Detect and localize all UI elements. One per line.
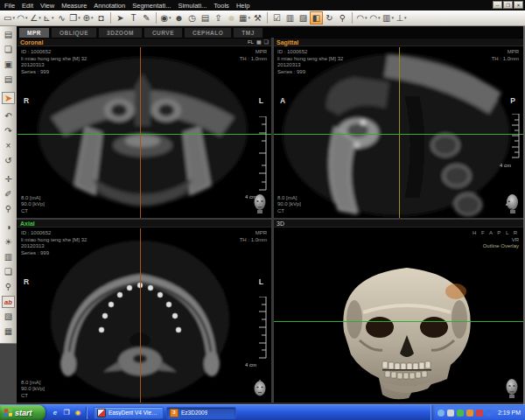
menu-segmentation[interactable]: Segmentati... (132, 2, 171, 10)
axial-crosshair-vertical[interactable] (140, 228, 141, 402)
angle-3d-icon[interactable]: ⊾ (42, 11, 55, 24)
close-button[interactable]: ✕ (514, 1, 523, 9)
table-icon[interactable]: ▥ (284, 11, 297, 24)
menu-file[interactable]: File (4, 2, 15, 10)
tray-update-icon[interactable] (466, 410, 473, 416)
coronal-crosshair-vertical[interactable] (140, 47, 141, 218)
panel-icon[interactable]: ❐ (68, 11, 81, 24)
implant-icon[interactable]: ⊥ (395, 11, 408, 24)
ruler-icon[interactable]: ▭ (3, 11, 16, 24)
pencil-icon[interactable]: ✎ (140, 11, 153, 24)
settings-tools-icon[interactable]: ⚒ (251, 11, 264, 24)
printer-icon[interactable]: ▤ (199, 11, 212, 24)
image-icon[interactable]: ▨ (297, 11, 310, 24)
viewport-sagittal[interactable]: Sagittal (274, 38, 523, 218)
protractor-icon[interactable]: ◠ (16, 11, 29, 24)
viewport-axial[interactable]: Axial (18, 220, 271, 402)
teeth-chart-icon[interactable]: ▥ (382, 11, 395, 24)
redo-icon[interactable]: ↷ (2, 125, 15, 137)
viewport-divider-horizontal[interactable] (17, 218, 525, 220)
undo-icon[interactable]: ↶ (2, 110, 15, 122)
menu-edit[interactable]: Edit (22, 2, 33, 10)
ghost-person-icon[interactable]: ☻ (225, 11, 238, 24)
cursor-icon[interactable]: ➤ (114, 11, 127, 24)
menu-tools[interactable]: Tools (214, 2, 229, 10)
menu-simulation[interactable]: Simulati... (178, 2, 206, 10)
tray-network-icon[interactable] (438, 410, 444, 416)
search-icon[interactable]: ⚲ (336, 11, 349, 24)
layers-icon[interactable]: ◧ (310, 11, 323, 24)
3d-render-area[interactable]: H F A P L R VR Outline Overlay (274, 228, 523, 402)
report-icon[interactable]: ☑ (270, 11, 284, 24)
capture-icon[interactable]: ◉ (159, 11, 172, 24)
compare-icon[interactable]: ab (2, 296, 15, 308)
task-ez3d2009[interactable]: 3 Ez3D2009 (166, 407, 236, 419)
internet-explorer-icon[interactable]: e (51, 409, 60, 417)
fl-toggle[interactable]: FL (248, 38, 254, 46)
sagittal-image-area[interactable]: ID : 1000652 li miao hong teng she [M] 3… (274, 47, 523, 218)
task-easydent[interactable]: EasyDent V4 Viewer (94, 407, 164, 419)
tray-device-icon[interactable] (447, 410, 454, 416)
menu-measure[interactable]: Measure (61, 2, 87, 10)
brightness-icon[interactable]: ☀ (2, 236, 15, 248)
viewport-3d[interactable]: 3D (274, 220, 523, 402)
arch-copy-icon[interactable]: ◠ (368, 11, 382, 24)
text-annotation-icon[interactable]: T (127, 11, 140, 24)
open-icon[interactable]: ❏ (2, 44, 15, 56)
save-icon[interactable]: ▣ (2, 59, 15, 71)
tab-3dzoom[interactable]: 3DZOOM (98, 27, 143, 38)
tab-mpr[interactable]: MPR (18, 27, 50, 38)
export-icon[interactable]: ⇪ (212, 11, 225, 24)
minimize-button[interactable]: ─ (493, 1, 502, 9)
restore-button[interactable]: ❐ (503, 1, 513, 9)
media-player-icon[interactable]: ◉ (74, 409, 82, 417)
maximize-view-icon[interactable]: ❏ (264, 38, 269, 46)
3d-clip-plane-line[interactable] (274, 321, 523, 322)
pen-icon[interactable]: ✐ (2, 188, 15, 200)
coronal-crosshair-horizontal[interactable] (18, 134, 271, 135)
preview-icon[interactable]: ⚲ (2, 281, 15, 293)
menu-view[interactable]: View (40, 2, 54, 10)
compass-icon[interactable]: ◷ (186, 11, 199, 24)
viewport-coronal[interactable]: Coronal FL ▦ ❏ (18, 38, 271, 218)
tab-curve[interactable]: CURVE (144, 27, 183, 38)
axial-image-area[interactable]: ID : 1000652 li miao hong teng she [M] 3… (18, 228, 271, 402)
export-icon[interactable]: ▤ (2, 29, 15, 41)
sphere-icon[interactable]: ⊕ (81, 11, 94, 24)
move-icon[interactable]: ✛ (2, 173, 15, 186)
delete-icon[interactable]: × (2, 140, 15, 152)
zoom-icon[interactable]: ⚲ (2, 203, 15, 215)
sagittal-crosshair-horizontal[interactable] (274, 134, 523, 135)
coronal-header: Coronal FL ▦ ❏ (18, 38, 271, 46)
contrast-icon[interactable]: ◑ (2, 221, 15, 234)
tray-antivirus-icon[interactable] (457, 410, 464, 416)
angle-icon[interactable]: ∠ (29, 11, 42, 24)
menu-help[interactable]: Help (236, 2, 249, 10)
layout-icon[interactable]: ▦ (256, 38, 262, 46)
tab-oblique[interactable]: OBLIQUE (51, 27, 97, 38)
profile-icon[interactable]: ∿ (55, 11, 68, 24)
show-desktop-icon[interactable]: ❐ (62, 409, 71, 417)
tab-cephalo[interactable]: CEPHALO (184, 27, 232, 38)
reset-icon[interactable]: ↺ (2, 155, 15, 167)
tray-volume-icon[interactable] (486, 410, 493, 416)
window-level-icon[interactable]: ▥ (2, 251, 15, 263)
print-icon[interactable]: ▤ (2, 74, 15, 86)
refresh-icon[interactable]: ↻ (323, 11, 336, 24)
viewport-divider-vertical[interactable] (271, 38, 274, 404)
layers-stack-icon[interactable]: ❏ (2, 266, 15, 278)
start-button[interactable]: start (0, 405, 46, 420)
lock-icon[interactable]: ◘ (94, 11, 108, 24)
person-icon[interactable]: ☻ (172, 11, 186, 24)
image-view-icon[interactable]: ▨ (2, 311, 15, 323)
kvp-value: 90.0 [kVp] (21, 386, 45, 393)
sagittal-crosshair-vertical[interactable] (399, 47, 400, 218)
arch-curve-icon[interactable]: ◠ (355, 11, 368, 24)
pointer-icon[interactable]: ➤ (2, 92, 15, 104)
menu-annotation[interactable]: Annotation (94, 2, 125, 10)
tab-tmj[interactable]: TMJ (233, 27, 263, 38)
grid-layout-icon[interactable]: ▦ (2, 326, 15, 338)
package-icon[interactable]: ▦ (238, 11, 251, 24)
tray-alert-icon[interactable] (476, 410, 483, 416)
coronal-image-area[interactable]: ID : 1000652 li miao hong teng she [M] 3… (18, 47, 271, 218)
